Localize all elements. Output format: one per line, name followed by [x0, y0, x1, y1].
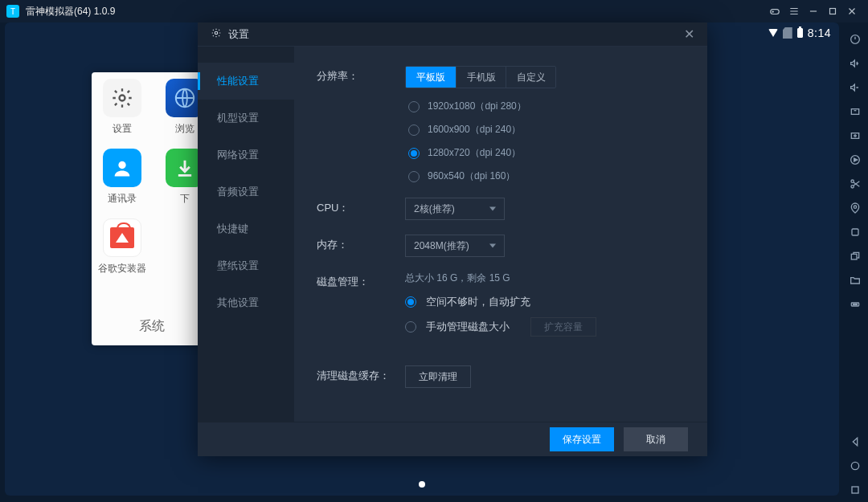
sidebar-item-wallpaper[interactable]: 壁纸设置 [198, 247, 294, 284]
dialog-header: 设置 ✕ [198, 22, 707, 47]
more-icon[interactable] [842, 292, 868, 316]
sidebar-item-other[interactable]: 其他设置 [198, 284, 294, 321]
disk-option-manual[interactable]: 手动管理磁盘大小 扩充容量 [405, 317, 596, 337]
cpu-label: CPU： [317, 198, 405, 215]
folder-icon[interactable] [842, 268, 868, 292]
multi-window-icon[interactable] [842, 244, 868, 268]
location-icon[interactable] [842, 196, 868, 220]
tab-custom[interactable]: 自定义 [506, 67, 555, 88]
svg-rect-13 [851, 254, 857, 259]
menu-icon[interactable] [784, 2, 804, 21]
disk-info-text: 总大小 16 G，剩余 15 G [405, 271, 596, 285]
nav-recent-icon[interactable] [842, 478, 868, 502]
svg-rect-12 [852, 229, 858, 235]
rotate-icon[interactable] [842, 220, 868, 244]
svg-rect-1 [830, 9, 836, 14]
power-icon[interactable] [842, 27, 868, 51]
app-titlebar: T 雷神模拟器(64) 1.0.9 [0, 0, 868, 22]
page-indicator-dot [419, 481, 425, 488]
settings-dialog: 设置 ✕ 性能设置 机型设置 网络设置 音频设置 快捷键 壁纸设置 其他设置 分… [198, 22, 707, 456]
resolution-option-720[interactable]: 1280x720（dpi 240） [408, 146, 556, 160]
dialog-footer: 保存设置 取消 [198, 422, 707, 456]
gear-icon [103, 79, 141, 117]
svg-rect-19 [852, 487, 858, 493]
cancel-button[interactable]: 取消 [624, 427, 688, 451]
app-shortcut-settings[interactable]: 设置 [93, 79, 151, 136]
minimize-icon[interactable] [804, 2, 823, 21]
svg-point-2 [120, 96, 125, 101]
dialog-sidebar: 性能设置 机型设置 网络设置 音频设置 快捷键 壁纸设置 其他设置 [198, 47, 294, 422]
cpu-select[interactable]: 2核(推荐) [405, 198, 505, 220]
svg-point-4 [118, 161, 125, 169]
fullscreen-in-icon[interactable] [842, 100, 868, 124]
nav-home-icon[interactable] [842, 454, 868, 478]
gear-icon [211, 27, 222, 41]
fullscreen-out-icon[interactable] [842, 124, 868, 148]
expand-capacity-button: 扩充容量 [530, 317, 596, 337]
dialog-title: 设置 [228, 27, 249, 42]
maximize-icon[interactable] [823, 2, 842, 21]
sidebar-item-audio[interactable]: 音频设置 [198, 173, 294, 210]
sidebar-item-network[interactable]: 网络设置 [198, 137, 294, 173]
svg-rect-0 [771, 10, 780, 14]
save-button[interactable]: 保存设置 [550, 427, 614, 451]
android-statusbar: 8:14 [768, 22, 839, 43]
svg-point-16 [854, 304, 855, 304]
close-icon[interactable] [842, 2, 862, 21]
playstore-icon [103, 218, 141, 257]
resolution-label: 分辨率： [317, 66, 405, 84]
tab-phone[interactable]: 手机版 [456, 67, 506, 88]
no-sim-icon [783, 27, 792, 39]
svg-point-11 [854, 206, 856, 208]
svg-point-18 [851, 462, 858, 469]
resolution-option-1080[interactable]: 1920x1080（dpi 280） [408, 100, 556, 113]
sidebar-item-shortcut[interactable]: 快捷键 [198, 210, 294, 247]
app-label: 浏览 [175, 122, 194, 136]
person-icon [103, 149, 141, 187]
app-shortcut-contacts[interactable]: 通讯录 [93, 149, 151, 206]
sidebar-item-model[interactable]: 机型设置 [198, 100, 294, 137]
scissors-icon[interactable] [842, 172, 868, 196]
clock-text: 8:14 [808, 27, 831, 39]
disk-option-auto[interactable]: 空间不够时，自动扩充 [405, 295, 596, 309]
svg-point-17 [856, 304, 857, 304]
svg-point-9 [851, 180, 854, 182]
gamepad-icon[interactable] [765, 2, 784, 21]
play-circle-icon[interactable] [842, 148, 868, 172]
app-title: 雷神模拟器(64) 1.0.9 [26, 5, 115, 18]
wifi-icon [768, 29, 778, 37]
svg-point-15 [853, 304, 854, 304]
volume-down-icon[interactable] [842, 76, 868, 100]
svg-rect-6 [851, 109, 858, 115]
resolution-option-540[interactable]: 960x540（dpi 160） [408, 169, 556, 183]
app-shortcut-gstore[interactable]: 谷歌安装器 [93, 218, 151, 275]
memory-select[interactable]: 2048M(推荐) [405, 235, 505, 257]
app-label: 下 [180, 192, 190, 206]
resolution-mode-tabs: 平板版 手机版 自定义 [405, 66, 556, 88]
battery-icon [797, 28, 803, 38]
card-footer-text: 系统 [92, 318, 212, 335]
app-label: 设置 [113, 122, 132, 136]
nav-back-icon[interactable] [842, 430, 868, 454]
volume-up-icon[interactable] [842, 51, 868, 76]
app-label: 通讯录 [108, 192, 137, 206]
svg-point-20 [215, 31, 218, 35]
svg-point-10 [851, 186, 854, 188]
side-toolbar [842, 22, 868, 502]
tab-tablet[interactable]: 平板版 [406, 67, 456, 88]
close-icon[interactable]: ✕ [684, 27, 694, 42]
dialog-content: 分辨率： 平板版 手机版 自定义 1920x1080（dpi 280） 1600… [294, 47, 707, 422]
app-logo: T [6, 5, 19, 18]
resolution-option-900[interactable]: 1600x900（dpi 240） [408, 123, 556, 137]
disk-label: 磁盘管理： [317, 271, 405, 289]
sidebar-item-performance[interactable]: 性能设置 [198, 63, 294, 100]
clean-cache-label: 清理磁盘缓存： [317, 365, 405, 383]
app-label: 谷歌安装器 [98, 262, 146, 275]
memory-label: 内存： [317, 235, 405, 252]
clean-now-button[interactable]: 立即清理 [405, 365, 471, 388]
